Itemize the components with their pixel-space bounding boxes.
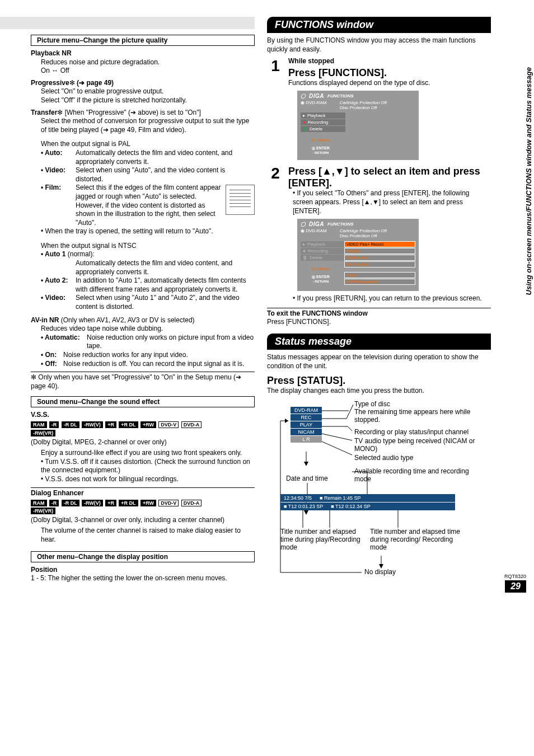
menu-playback-dim: ▸Playback <box>301 241 345 247</box>
pill-play: PLAY <box>291 421 322 428</box>
progressive-off: Select "Off" if the picture is stretched… <box>41 96 255 105</box>
menu-to-others[interactable]: To Others <box>301 138 341 143</box>
page: Picture menu–Change the picture quality … <box>0 0 534 593</box>
vss-title: V.S.S. <box>31 411 255 420</box>
svg-marker-8 <box>285 419 288 423</box>
sound-menu-header: Sound menu–Change the sound effect <box>31 396 255 407</box>
badge-dvdv: DVD-V <box>158 421 179 428</box>
trash-icon: 🗑 <box>303 126 307 132</box>
dialog-badges: RAM -R -R DL -RW(V) +R +R DL +RW DVD-V D… <box>31 499 255 515</box>
automatic-text: Noise reduction only works on picture in… <box>87 334 255 351</box>
cartridge-protection: Cartridge Protection Off <box>340 100 415 105</box>
play-icon: ▸ <box>303 113 305 118</box>
submenu-videoplus[interactable]: VIDEO Plus+ Record <box>344 241 415 247</box>
progressive-title: Progressive <box>31 79 69 87</box>
progressive-footnote: ✻ Only when you have set "Progressive" t… <box>31 372 255 391</box>
page-number: 29 <box>505 580 526 593</box>
menu-playback[interactable]: ▸Playback <box>301 112 345 119</box>
submenu-dvd-management[interactable]: DVD Management <box>344 279 415 285</box>
playback-nr-desc: Reduces noise and picture degradation. <box>41 58 255 67</box>
functions-screenshot-2: ◯DIGA FUNCTIONS ◉ DVD-RAM Cartridge Prot… <box>297 219 419 291</box>
cartridge-protection: Cartridge Protection Off <box>340 228 415 233</box>
avin-bullets: • Automatic:Noise reduction only works o… <box>41 334 255 368</box>
vss-badges: RAM -R -R DL -RW(V) +R +R DL +RW DVD-V D… <box>31 421 255 437</box>
label-datetime: Date and time <box>286 475 328 482</box>
svg-marker-14 <box>304 510 308 515</box>
film-text: Select this if the edges of the film con… <box>76 184 255 227</box>
menu-to-others[interactable]: To Others <box>301 266 341 271</box>
status-strip-2: ■ T12 0:01.23 SP ■ T12 0:12.34 SP <box>280 503 455 510</box>
strip2-right: ■ T12 0:12.34 SP <box>331 504 370 509</box>
progressive-ref: (➔ page 49) <box>77 79 114 87</box>
strip2-left: ■ T12 0:01.23 SP <box>284 504 323 509</box>
auto-text: Automatically detects the film and video… <box>76 149 255 166</box>
step1-desc: Functions displayed depend on the type o… <box>288 79 491 88</box>
menu-delete[interactable]: 🗑Delete <box>301 126 345 132</box>
on-label: • On: <box>41 351 63 360</box>
ntsc-line: When the output signal is NTSC <box>41 242 255 251</box>
transfer-title: Transfer <box>31 109 57 116</box>
pill-rec: REC <box>291 414 322 421</box>
functions-window-title: FUNCTIONS window <box>267 17 491 33</box>
off-text: Noise reduction is off. You can record t… <box>63 360 255 369</box>
progressive-line: Progressive✻ (➔ page 49) <box>31 79 255 88</box>
rqt-code: RQT8320 <box>504 574 526 579</box>
right-column: FUNCTIONS window By using the FUNCTIONS … <box>267 17 491 593</box>
badge-dvdv: DVD-V <box>158 500 179 506</box>
vss-b1: • Turn V.S.S. off if it causes distortio… <box>41 458 255 475</box>
avin-cond: (Only when AV1, AV2, AV3 or DV is select… <box>59 316 194 324</box>
menu-recording[interactable]: ●Recording <box>301 119 345 125</box>
position-title: Position <box>31 566 255 575</box>
disc-protection: Disc Protection Off <box>340 233 415 238</box>
badge-dvda: DVD-A <box>181 500 202 506</box>
label-tvaudio: TV audio type being received (NICAM or M… <box>354 437 489 453</box>
asterisk-icon: ✻ <box>31 373 38 381</box>
automatic-label: • Automatic: <box>41 334 87 351</box>
disc-protection: Disc Protection Off <box>340 105 415 110</box>
video2-text: Select when using "Auto 1" and "Auto 2",… <box>76 294 255 311</box>
video2-label: • Video: <box>41 294 76 311</box>
status-pills: DVD-RAM REC PLAY NICAM L R <box>291 407 322 443</box>
disc-icon: ◉ <box>301 228 306 233</box>
auto1-text: Automatically detects the film and video… <box>76 259 255 276</box>
off-label: • Off: <box>41 360 63 369</box>
submenu-dv-auto-rec[interactable]: DV Auto Rec <box>344 261 415 267</box>
status-message-title: Status message <box>267 334 491 350</box>
transfer-line: Transfer✻ [When "Progressive" (➔ above) … <box>31 109 255 118</box>
submenu-flexible-rec[interactable]: Flexible Rec <box>344 255 415 261</box>
press-status-desc: The display changes each time you press … <box>267 387 491 396</box>
page-footer: RQT8320 29 <box>504 574 526 593</box>
tray-note: • When the tray is opened, the setting w… <box>41 227 255 236</box>
badge-ram: RAM <box>31 421 47 428</box>
label-avail-rec: Available recording time and recording m… <box>354 467 477 483</box>
wheel-icon: ◎ <box>312 146 316 150</box>
dvd-ram-label: DVD-RAM <box>306 228 326 233</box>
badge-r: -R <box>49 500 59 506</box>
brand: DIGA <box>309 93 324 99</box>
step-number-2: 2 <box>267 165 284 303</box>
playback-nr-title: Playback NR <box>31 49 255 58</box>
step-1: 1 While stopped Press [FUNCTIONS]. Funct… <box>267 57 491 161</box>
dialog-desc: The volume of the center channel is rais… <box>41 527 255 544</box>
label-title-right: Title number and elapsed time during rec… <box>370 528 468 551</box>
badge-plusrw: +RW <box>140 500 156 506</box>
badge-plusrdl: +R DL <box>119 421 138 428</box>
asterisk-icon: ✻ <box>69 79 77 87</box>
auto1-label: • Auto 1 <box>41 250 65 258</box>
step-number-1: 1 <box>267 57 284 161</box>
transfer-cond: [When "Progressive" (➔ above) is set to … <box>65 109 201 116</box>
columns: Picture menu–Change the picture quality … <box>0 17 534 593</box>
submenu-playlists[interactable]: Playlists <box>344 248 415 254</box>
status-diagram: DVD-RAM REC PLAY NICAM L R Type of disc … <box>269 400 491 590</box>
badge-rdl: -R DL <box>62 421 79 428</box>
pal-auto: • Auto:Automatically detects the film an… <box>41 149 255 227</box>
label-selaudio: Selected audio type <box>354 454 413 462</box>
badge-plusr: +R <box>105 421 116 428</box>
submenu-setup[interactable]: Setup <box>344 272 415 278</box>
picture-menu-header: Picture menu–Change the picture quality <box>31 35 255 46</box>
label-no-display: No display <box>364 568 396 576</box>
brand: DIGA <box>309 221 324 227</box>
functions-label: FUNCTIONS <box>327 93 354 98</box>
transfer-desc: Select the method of conversion for prog… <box>41 117 255 134</box>
label-type-of-disc: Type of disc <box>354 400 390 408</box>
